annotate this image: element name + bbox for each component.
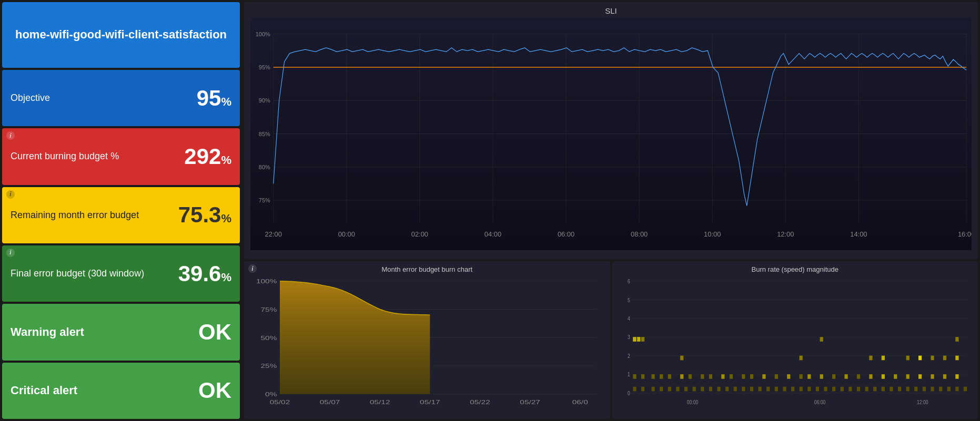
svg-rect-83 xyxy=(729,374,732,379)
svg-text:100%: 100% xyxy=(256,278,277,285)
svg-text:0%: 0% xyxy=(265,391,277,398)
critical-alert-value: OK xyxy=(198,378,231,403)
remaining-budget-label: Remaining month error budget xyxy=(11,210,139,221)
svg-rect-147 xyxy=(890,387,893,392)
burn-rate-chart-svg: 6 5 4 3 2 1 0 00:00 06:00 12:00 xyxy=(619,275,972,411)
svg-text:14:00: 14:00 xyxy=(850,230,867,238)
svg-rect-87 xyxy=(774,374,777,379)
svg-rect-141 xyxy=(840,387,843,392)
svg-text:6: 6 xyxy=(628,278,630,285)
svg-rect-110 xyxy=(943,356,946,361)
svg-rect-155 xyxy=(955,387,958,392)
svg-text:75%: 75% xyxy=(261,306,277,313)
svg-text:05/22: 05/22 xyxy=(470,399,490,406)
critical-alert-label: Critical alert xyxy=(11,384,77,397)
svg-text:25%: 25% xyxy=(261,363,277,369)
svg-text:00:00: 00:00 xyxy=(338,230,355,238)
svg-rect-151 xyxy=(922,387,925,392)
svg-rect-108 xyxy=(918,356,921,361)
svg-rect-124 xyxy=(701,387,704,392)
svg-text:22:00: 22:00 xyxy=(265,230,282,238)
svg-rect-137 xyxy=(807,387,811,392)
final-budget-label: Final error budget (30d window) xyxy=(11,268,144,279)
svg-rect-73 xyxy=(633,374,636,379)
svg-text:12:00: 12:00 xyxy=(777,230,794,238)
svg-rect-79 xyxy=(688,374,691,379)
svg-rect-111 xyxy=(955,356,958,361)
svg-rect-146 xyxy=(881,387,884,392)
svg-text:05/27: 05/27 xyxy=(520,399,540,406)
svg-text:100%: 100% xyxy=(256,31,270,37)
svg-rect-145 xyxy=(873,387,876,392)
burn-rate-chart-title: Burn rate (speed) magnitude xyxy=(619,265,972,273)
info-icon-burning: i xyxy=(6,131,15,140)
svg-rect-140 xyxy=(832,387,835,392)
svg-rect-74 xyxy=(641,374,644,379)
right-panel: SLI 100% 95% 90% 85% 80% 75% xyxy=(242,0,980,421)
svg-rect-149 xyxy=(906,387,909,392)
svg-text:05/12: 05/12 xyxy=(370,399,390,406)
svg-rect-136 xyxy=(799,387,802,392)
svg-rect-119 xyxy=(660,387,663,392)
left-panel: home-wifi-good-wifi-client-satisfaction … xyxy=(0,0,242,421)
svg-rect-80 xyxy=(701,374,704,379)
svg-rect-130 xyxy=(750,387,753,392)
svg-text:4: 4 xyxy=(628,315,630,322)
svg-rect-121 xyxy=(676,387,679,392)
final-budget-value: 39.6% xyxy=(178,261,231,286)
svg-rect-96 xyxy=(881,374,884,379)
svg-rect-134 xyxy=(783,387,786,392)
svg-rect-95 xyxy=(869,374,872,379)
svg-rect-148 xyxy=(897,387,901,392)
svg-rect-82 xyxy=(721,374,724,379)
svg-rect-120 xyxy=(668,387,671,392)
svg-rect-138 xyxy=(815,387,819,392)
svg-rect-99 xyxy=(918,374,921,379)
svg-rect-94 xyxy=(856,374,860,379)
remaining-budget-value: 75.3% xyxy=(178,202,231,228)
svg-rect-102 xyxy=(955,374,958,379)
svg-rect-107 xyxy=(906,356,909,361)
svg-rect-156 xyxy=(963,387,966,392)
objective-label: Objective xyxy=(11,93,50,104)
burn-rate-chart-container: Burn rate (speed) magnitude 6 5 4 3 2 1 … xyxy=(612,261,978,419)
svg-rect-113 xyxy=(637,337,640,342)
svg-rect-118 xyxy=(651,387,654,392)
svg-rect-132 xyxy=(766,387,770,392)
svg-rect-153 xyxy=(939,387,942,392)
svg-rect-129 xyxy=(742,387,745,392)
svg-text:95%: 95% xyxy=(259,64,270,70)
svg-rect-86 xyxy=(762,374,765,379)
svg-text:06:00: 06:00 xyxy=(814,399,825,406)
svg-rect-98 xyxy=(906,374,909,379)
svg-text:10:00: 10:00 xyxy=(704,230,721,238)
svg-rect-112 xyxy=(633,337,636,342)
svg-rect-100 xyxy=(931,374,934,379)
svg-rect-123 xyxy=(692,387,695,392)
info-badge-burn: i xyxy=(248,264,257,273)
svg-text:06:00: 06:00 xyxy=(558,230,574,238)
svg-rect-104 xyxy=(799,356,802,361)
svg-rect-122 xyxy=(684,387,687,392)
svg-rect-90 xyxy=(807,374,811,379)
svg-rect-89 xyxy=(799,374,802,379)
svg-text:5: 5 xyxy=(628,296,630,303)
warning-alert-label: Warning alert xyxy=(11,325,84,339)
svg-rect-92 xyxy=(832,374,835,379)
svg-rect-142 xyxy=(848,387,852,392)
svg-rect-52 xyxy=(619,275,972,411)
svg-rect-115 xyxy=(955,337,958,342)
objective-value: 95% xyxy=(197,86,231,111)
svg-rect-72 xyxy=(641,337,644,342)
svg-text:75%: 75% xyxy=(259,197,270,203)
svg-rect-117 xyxy=(641,387,644,392)
svg-text:80%: 80% xyxy=(259,164,270,170)
svg-rect-105 xyxy=(869,356,872,361)
sli-chart-container: SLI 100% 95% 90% 85% 80% 75% xyxy=(244,2,978,259)
svg-rect-85 xyxy=(750,374,753,379)
critical-alert-card: Critical alert OK xyxy=(2,363,240,419)
title-text: home-wifi-good-wifi-client-satisfaction xyxy=(15,28,227,42)
svg-rect-88 xyxy=(787,374,790,379)
burn-chart-container: i Month error budget burn chart 100% 75%… xyxy=(244,261,610,419)
svg-rect-154 xyxy=(947,387,950,392)
